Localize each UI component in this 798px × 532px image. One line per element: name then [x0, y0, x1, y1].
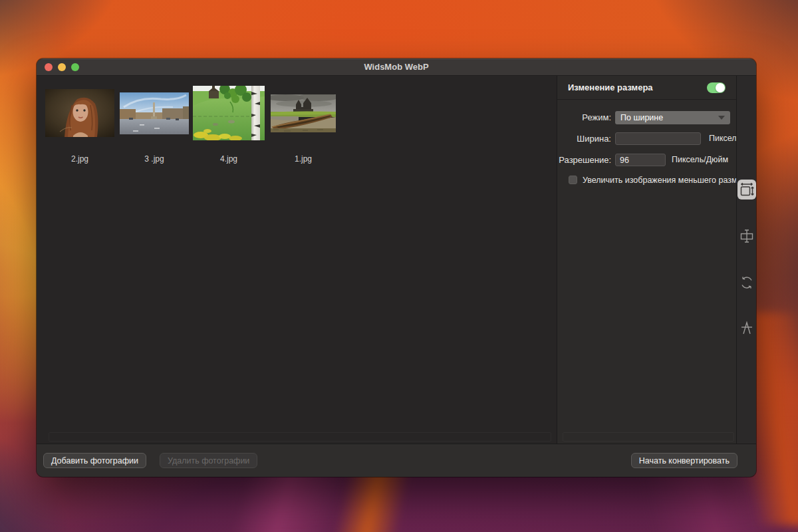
resize-toggle[interactable]	[707, 82, 726, 93]
window-title: WidsMob WebP	[364, 62, 428, 72]
width-label: Ширина:	[577, 132, 611, 146]
mode-label: Режим:	[582, 111, 611, 124]
width-input[interactable]	[615, 132, 701, 145]
resize-icon	[739, 182, 755, 198]
crop-icon	[739, 228, 755, 244]
panel-title: Изменение размера	[568, 82, 653, 92]
resize-settings-panel: Изменение размера Режим: По ширине Ширин…	[557, 76, 737, 444]
width-row: Ширина: Пиксель	[557, 132, 736, 146]
resolution-unit-label: Пиксель/Дюйм	[672, 154, 728, 166]
add-photos-button[interactable]: Добавить фотографии	[43, 453, 146, 468]
photo-thumbnail[interactable]	[193, 80, 265, 146]
photo-item[interactable]: 2.jpg	[43, 76, 117, 164]
tool-strip	[737, 76, 756, 444]
toggle-knob	[716, 83, 725, 92]
rotate-icon	[739, 275, 755, 291]
resolution-label: Разрешение:	[559, 154, 611, 167]
panel-bottom-rule	[563, 432, 734, 442]
boat-photo	[271, 94, 336, 132]
close-button[interactable]	[45, 63, 53, 71]
enlarge-checkbox-label: Увеличить изображения меньшего размера	[583, 176, 737, 185]
field-photo	[193, 86, 265, 140]
rotate-tool-tab[interactable]	[737, 273, 756, 293]
photo-filename: 1.jpg	[295, 154, 312, 164]
traffic-lights	[45, 63, 79, 71]
photo-thumbnail[interactable]	[120, 80, 189, 146]
zoom-button[interactable]	[71, 63, 79, 71]
enlarge-checkbox[interactable]	[569, 176, 577, 184]
footer-bar: Добавить фотографии Удалить фотографии Н…	[37, 444, 756, 477]
chevron-down-icon	[718, 116, 725, 120]
minimize-button[interactable]	[58, 63, 66, 71]
width-unit-label: Пиксель	[709, 132, 737, 145]
photo-filename: 4.jpg	[220, 154, 237, 164]
city-photo	[120, 92, 189, 134]
mode-row: Режим: По ширине	[557, 111, 736, 124]
watermark-tool-tab[interactable]	[737, 318, 756, 338]
resolution-row: Разрешение: Пиксель/Дюйм	[557, 154, 736, 167]
titlebar[interactable]: WidsMob WebP	[37, 59, 756, 76]
photo-item[interactable]: 1.jpg	[266, 76, 340, 164]
mode-dropdown[interactable]: По ширине	[615, 111, 730, 124]
desktop-wallpaper: WidsMob WebP	[0, 0, 798, 532]
enlarge-checkbox-row: Увеличить изображения меньшего размера	[557, 176, 736, 189]
photo-thumbnail[interactable]	[271, 80, 336, 146]
photo-list: 2.jpg	[37, 76, 557, 444]
delete-photos-button[interactable]: Удалить фотографии	[160, 453, 257, 468]
watermark-icon	[739, 320, 755, 336]
crop-tool-tab[interactable]	[737, 226, 756, 246]
resize-tool-tab[interactable]	[737, 180, 756, 200]
mode-dropdown-value: По ширине	[620, 113, 663, 122]
photo-item[interactable]: 3 .jpg	[117, 76, 192, 164]
photo-thumbnail[interactable]	[45, 80, 114, 146]
panel-header: Изменение размера	[557, 76, 736, 100]
app-window: WidsMob WebP	[37, 59, 756, 477]
photo-item[interactable]: 4.jpg	[192, 76, 266, 164]
portrait-photo	[45, 89, 114, 137]
photo-filename: 2.jpg	[71, 154, 88, 164]
start-convert-button[interactable]: Начать конвертировать	[631, 453, 737, 468]
photo-filename: 3 .jpg	[144, 154, 164, 164]
list-bottom-rule	[49, 432, 551, 442]
resolution-input[interactable]	[615, 154, 666, 166]
